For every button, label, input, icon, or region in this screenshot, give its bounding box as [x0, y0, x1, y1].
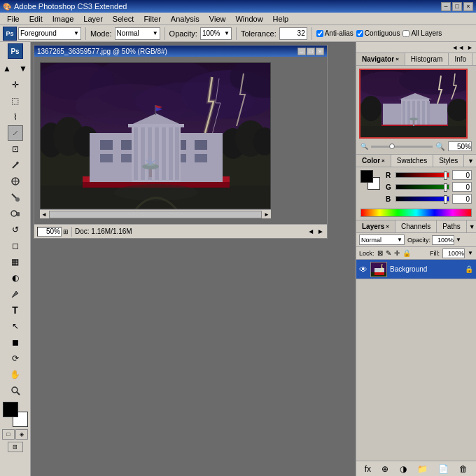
- normal-mode-btn[interactable]: □: [2, 429, 15, 440]
- eyedropper-tool[interactable]: [8, 158, 23, 173]
- lock-position-btn[interactable]: ✛: [394, 249, 400, 257]
- color-panel-menu[interactable]: ▼: [465, 157, 476, 165]
- doc-status-arrow-left[interactable]: ◄: [307, 227, 314, 235]
- menu-filter[interactable]: Filter: [139, 13, 164, 24]
- hscroll-right-btn[interactable]: ►: [262, 211, 271, 218]
- path-select-tool[interactable]: ↖: [8, 318, 23, 334]
- contiguous-checkbox-label[interactable]: Contiguous: [356, 29, 400, 37]
- lock-paint-btn[interactable]: ✎: [386, 249, 391, 257]
- history-brush-tool[interactable]: ↺: [8, 222, 23, 237]
- lock-all-btn[interactable]: 🔒: [402, 249, 411, 257]
- new-layer-btn[interactable]: 📄: [438, 464, 449, 474]
- layers-panel-menu[interactable]: ▼: [467, 223, 476, 231]
- tab-channels[interactable]: Channels: [396, 220, 437, 232]
- text-tool[interactable]: T: [8, 302, 23, 318]
- quick-mask-btn[interactable]: ◈: [15, 429, 28, 440]
- document-controls[interactable]: – □ ×: [298, 48, 324, 55]
- menu-image[interactable]: Image: [48, 13, 78, 24]
- nav-zoom-input[interactable]: [448, 141, 472, 151]
- tab-color[interactable]: Color ×: [356, 155, 391, 167]
- 3d-rotate-tool[interactable]: ⟳: [8, 351, 23, 366]
- menu-help[interactable]: Help: [269, 13, 293, 24]
- navigator-panel-menu[interactable]: ▼: [472, 55, 476, 64]
- fill-input[interactable]: [442, 248, 465, 258]
- menu-file[interactable]: File: [3, 13, 24, 24]
- layers-tab-close[interactable]: ×: [386, 223, 389, 230]
- green-slider[interactable]: [396, 184, 449, 190]
- green-slider-handle[interactable]: [444, 183, 447, 192]
- anti-alias-checkbox-label[interactable]: Anti-alias: [316, 29, 354, 37]
- tool-preset-dropdown[interactable]: Foreground ▼: [18, 27, 81, 40]
- blue-slider[interactable]: [396, 196, 449, 202]
- healing-brush-tool[interactable]: [8, 174, 23, 189]
- hand-tool[interactable]: ✋: [8, 367, 23, 382]
- red-slider[interactable]: [396, 172, 449, 178]
- doc-status-arrow-right[interactable]: ►: [317, 227, 324, 235]
- tab-navigator[interactable]: Navigator ×: [356, 53, 405, 65]
- layer-styles-btn[interactable]: fx: [365, 464, 371, 474]
- tab-histogram[interactable]: Histogram: [405, 53, 449, 65]
- move-tool[interactable]: ✛: [8, 77, 23, 92]
- fg-color-swatch[interactable]: [360, 170, 373, 183]
- maximize-button[interactable]: □: [452, 2, 462, 11]
- menu-layer[interactable]: Layer: [79, 13, 107, 24]
- zoom-tool[interactable]: [8, 383, 23, 398]
- color-boxes[interactable]: [3, 402, 28, 427]
- tab-swatches[interactable]: Swatches: [391, 155, 433, 167]
- shape-tool[interactable]: ◼: [8, 335, 23, 350]
- dodge-tool[interactable]: ◐: [8, 270, 23, 286]
- slider-handle[interactable]: [389, 144, 395, 149]
- color-spectrum-bar[interactable]: [360, 209, 472, 217]
- zoom-input[interactable]: [37, 227, 62, 237]
- gradient-tool[interactable]: ▦: [8, 254, 23, 270]
- red-value[interactable]: [452, 170, 472, 180]
- layer-visibility-toggle[interactable]: 👁: [359, 265, 368, 274]
- hscroll-left-btn[interactable]: ◄: [40, 211, 48, 218]
- new-group-btn[interactable]: 📁: [417, 464, 428, 474]
- tool-arrow-up[interactable]: ▲: [0, 61, 15, 76]
- menu-analysis[interactable]: Analysis: [167, 13, 204, 24]
- blend-mode-dropdown[interactable]: Normal ▼: [359, 234, 405, 245]
- doc-close-btn[interactable]: ×: [316, 48, 324, 55]
- color-swatch-pair[interactable]: [360, 170, 380, 190]
- menu-select[interactable]: Select: [108, 13, 139, 24]
- blue-value[interactable]: [452, 194, 472, 204]
- magic-wand-tool[interactable]: ⟋: [8, 125, 23, 141]
- pen-tool[interactable]: [8, 286, 23, 302]
- lock-transparency-btn[interactable]: ⊠: [377, 249, 383, 257]
- opacity-dropdown[interactable]: 100% ▼: [200, 27, 232, 40]
- opacity-dropdown-arrow[interactable]: ▼: [456, 237, 461, 243]
- layer-background[interactable]: 👁 Background 🔒: [356, 260, 476, 279]
- tab-styles[interactable]: Styles: [433, 155, 464, 167]
- all-layers-checkbox-label[interactable]: All Layers: [402, 29, 442, 37]
- tool-arrow-dn[interactable]: ▼: [15, 61, 31, 76]
- document-canvas[interactable]: [40, 62, 271, 209]
- all-layers-checkbox[interactable]: [402, 30, 410, 37]
- layers-opacity-input[interactable]: [432, 235, 454, 245]
- add-mask-btn[interactable]: ⊕: [382, 464, 388, 474]
- tab-layers[interactable]: Layers ×: [356, 220, 396, 232]
- tolerance-input[interactable]: [279, 27, 307, 40]
- anti-alias-checkbox[interactable]: [316, 30, 323, 37]
- mode-dropdown[interactable]: Normal ▼: [115, 27, 160, 40]
- crop-tool[interactable]: ⊡: [8, 141, 23, 157]
- minimize-button[interactable]: –: [441, 2, 451, 11]
- rp-arrow-right[interactable]: ►: [465, 43, 475, 52]
- tab-paths[interactable]: Paths: [437, 220, 467, 232]
- lasso-tool[interactable]: ⌇: [8, 109, 23, 125]
- eraser-tool[interactable]: ◻: [8, 238, 23, 253]
- doc-maximize-btn[interactable]: □: [307, 48, 315, 55]
- menu-view[interactable]: View: [205, 13, 230, 24]
- doc-hscrollbar[interactable]: ◄ ►: [40, 209, 271, 218]
- red-slider-handle[interactable]: [444, 172, 447, 180]
- brush-tool[interactable]: [8, 190, 23, 205]
- screen-mode-btn[interactable]: ⊞: [8, 442, 23, 452]
- foreground-color-swatch[interactable]: [3, 402, 18, 417]
- doc-minimize-btn[interactable]: –: [298, 48, 306, 55]
- window-controls[interactable]: – □ ×: [441, 2, 473, 11]
- fill-dropdown-arrow[interactable]: ▼: [468, 250, 473, 256]
- navigator-zoom-slider[interactable]: [371, 146, 433, 148]
- navigator-tab-close[interactable]: ×: [396, 56, 399, 62]
- close-button[interactable]: ×: [463, 2, 473, 11]
- tab-info[interactable]: Info: [449, 53, 472, 65]
